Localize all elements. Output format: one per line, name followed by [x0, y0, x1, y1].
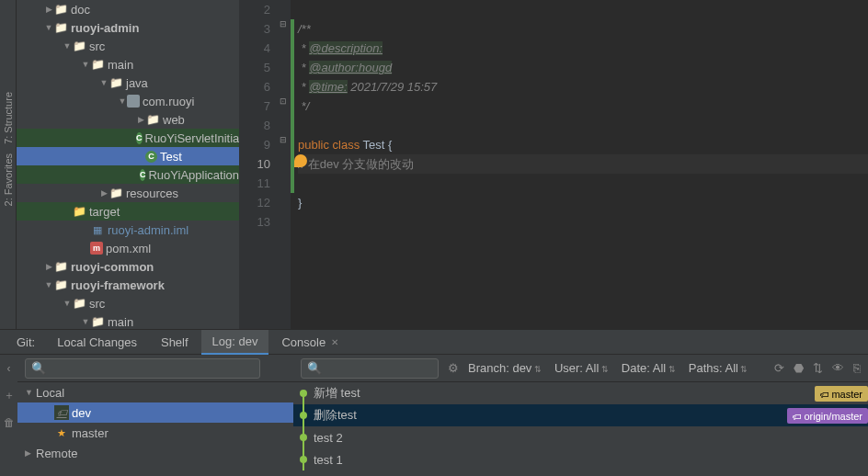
tree-item[interactable]: com.ruoyi — [17, 92, 239, 110]
folder-icon — [72, 39, 86, 53]
tree-item[interactable]: RuoYiServletInitializer — [17, 129, 239, 147]
fold-icon[interactable]: ⊡ — [280, 96, 287, 106]
tree-label: main — [108, 315, 133, 329]
git-label: Git: — [7, 335, 44, 349]
merge-icon[interactable]: ⇅ — [813, 361, 823, 375]
tree-arrow-icon[interactable] — [136, 115, 145, 124]
tree-label: main — [108, 58, 133, 72]
tree-arrow-icon[interactable] — [81, 60, 90, 69]
back-icon[interactable]: ‹ — [7, 362, 11, 375]
folder-o-icon — [72, 204, 86, 219]
branch-row[interactable]: ▼Local — [17, 382, 293, 402]
eye-icon[interactable]: 👁 — [832, 361, 844, 375]
favorites-tool[interactable]: 2: Favorites — [3, 153, 14, 206]
tree-item[interactable]: resources — [17, 184, 239, 202]
fold-icon[interactable]: ⊟ — [280, 135, 287, 144]
ref-badge: master — [815, 386, 868, 402]
branch-row[interactable]: ▶Remote — [17, 443, 293, 463]
tree-label: ruoyi-admin.iml — [108, 223, 188, 237]
tab-shelf[interactable]: Shelf — [150, 330, 200, 355]
tree-label: RuoYiApplication — [148, 168, 239, 182]
tree-item[interactable]: ruoyi-admin — [17, 18, 239, 37]
tree-label: resources — [126, 187, 178, 200]
commit-row[interactable]: test 2 — [293, 426, 868, 448]
arrow-icon[interactable]: ▶ — [25, 448, 36, 458]
arrow-icon[interactable]: ▼ — [25, 388, 36, 397]
tree-arrow-icon[interactable] — [44, 262, 53, 271]
intention-bulb-icon[interactable] — [294, 154, 307, 167]
tree-item[interactable]: ruoyi-admin.iml — [17, 221, 239, 239]
tree-item[interactable]: src — [17, 294, 239, 312]
tree-arrow-icon[interactable] — [44, 23, 53, 32]
filter-paths[interactable]: Paths: All — [689, 361, 748, 375]
folder-icon — [72, 296, 86, 311]
graph-node — [297, 426, 310, 448]
gear-icon[interactable]: ⚙ — [448, 361, 459, 375]
tree-item[interactable]: pom.xml — [17, 239, 239, 257]
commit-row[interactable]: 新增 testmaster — [293, 382, 868, 404]
tab-local-changes[interactable]: Local Changes — [46, 330, 148, 355]
cherry-pick-icon[interactable]: ⬣ — [794, 361, 804, 375]
pkg-icon — [127, 95, 140, 108]
cls-icon — [136, 132, 143, 144]
commits-panel: ⚙ Branch: dev User: All Date: All Paths:… — [293, 355, 868, 476]
code-area[interactable]: /** * @description: * @author:hougd * @t… — [294, 0, 868, 329]
folder-icon — [53, 2, 68, 17]
tree-label: pom.xml — [106, 242, 151, 255]
filter-user[interactable]: User: All — [554, 361, 609, 375]
tree-arrow-icon[interactable] — [44, 280, 53, 289]
tab-console[interactable]: Console✕ — [270, 330, 349, 355]
tree-item[interactable]: doc — [17, 0, 239, 18]
collapse-icon[interactable]: ⎘ — [853, 361, 861, 375]
tree-label: ruoyi-framework — [71, 278, 165, 292]
tree-item[interactable]: Test — [17, 147, 239, 165]
commit-message: 删除test — [310, 407, 782, 424]
star-icon — [54, 425, 69, 440]
tree-arrow-icon[interactable] — [63, 299, 72, 308]
project-tree[interactable]: docruoyi-adminsrcmainjavacom.ruoyiwebRuo… — [17, 0, 239, 329]
commit-message: test 1 — [310, 453, 868, 467]
close-icon[interactable]: ✕ — [331, 337, 338, 347]
tree-arrow-icon[interactable] — [118, 96, 127, 106]
commit-search-input[interactable] — [301, 358, 439, 379]
add-icon[interactable]: ＋ — [4, 388, 15, 403]
gutter: 2345678910111213 — [239, 0, 278, 329]
branch-row[interactable]: dev — [17, 402, 293, 423]
tree-item[interactable]: main — [17, 55, 239, 74]
tree-item[interactable]: main — [17, 312, 239, 329]
fold-icon[interactable]: ⊟ — [280, 19, 287, 28]
branch-label: master — [72, 426, 108, 440]
git-tool-window: Git: Local Changes Shelf Log: dev Consol… — [0, 329, 868, 476]
tree-item[interactable]: ruoyi-framework — [17, 276, 239, 294]
editor: 2345678910111213 ⊟ ⊡ ⊟ /** * @descriptio… — [239, 0, 868, 329]
filter-date[interactable]: Date: All — [622, 361, 676, 375]
branch-row[interactable]: master — [17, 423, 293, 443]
iml-icon — [90, 222, 105, 237]
tree-arrow-icon[interactable] — [44, 5, 53, 14]
folder-icon — [108, 186, 123, 200]
tree-arrow-icon[interactable] — [99, 78, 108, 87]
delete-icon[interactable]: 🗑 — [4, 416, 15, 429]
folder-icon — [53, 278, 68, 292]
refresh-icon[interactable]: ⟳ — [774, 361, 784, 375]
pom-icon — [90, 242, 103, 255]
tree-arrow-icon[interactable] — [63, 41, 72, 51]
tree-item[interactable]: web — [17, 110, 239, 129]
tree-label: src — [89, 297, 105, 311]
tree-item[interactable]: RuoYiApplication — [17, 165, 239, 184]
structure-tool[interactable]: 7: Structure — [3, 92, 14, 144]
tree-item[interactable]: ruoyi-common — [17, 257, 239, 276]
tree-item[interactable]: java — [17, 74, 239, 92]
tab-log[interactable]: Log: dev — [201, 330, 269, 355]
tree-arrow-icon[interactable] — [99, 188, 108, 198]
left-tool-bar: 7: Structure 2: Favorites — [0, 0, 17, 329]
tree-item[interactable]: src — [17, 37, 239, 55]
tree-label: target — [89, 205, 120, 219]
graph-node — [297, 448, 310, 470]
commit-row[interactable]: 删除testorigin/master — [293, 404, 868, 426]
tree-arrow-icon[interactable] — [81, 317, 90, 326]
commit-row[interactable]: test 1 — [293, 448, 868, 470]
filter-branch[interactable]: Branch: dev — [468, 361, 542, 375]
branch-search-input[interactable] — [25, 358, 260, 379]
tree-item[interactable]: target — [17, 202, 239, 221]
